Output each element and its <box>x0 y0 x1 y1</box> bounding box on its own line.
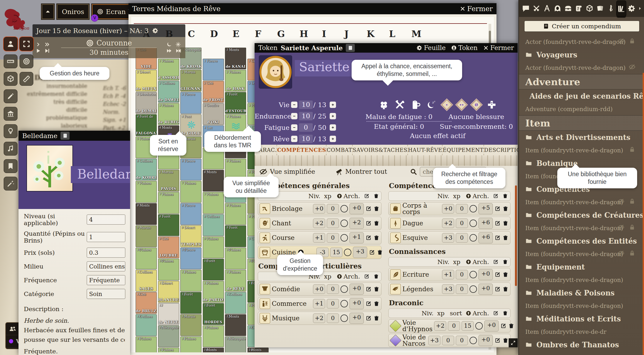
edit-sq-icon[interactable] <box>364 274 370 279</box>
trash-icon[interactable] <box>502 220 509 226</box>
skill-icon-feather[interactable] <box>390 269 401 280</box>
sidebar-tab-library[interactable] <box>617 1 626 16</box>
trash-icon[interactable] <box>373 286 380 292</box>
actor-token-button[interactable]: Token <box>451 44 478 52</box>
item-titlebar[interactable]: Belledame <box>19 131 130 141</box>
skill-arch-input[interactable]: +6 <box>479 218 493 229</box>
stat-increase-button[interactable] <box>330 136 336 142</box>
skill-name[interactable]: Course <box>272 235 311 241</box>
tab--quipement[interactable]: ÉQUIPEMENT <box>442 145 484 155</box>
skill-sort-input[interactable]: 15 <box>462 321 474 331</box>
skill-icon-merchant[interactable] <box>260 298 270 309</box>
trash-icon[interactable] <box>373 274 379 279</box>
skill-niv-input[interactable]: +2 <box>442 219 454 228</box>
skill-xp-input[interactable]: 0 <box>456 233 468 243</box>
compendium-pack[interactable]: Actor (foundryvtt-reve-de-dragon) <box>519 35 644 48</box>
play-icon[interactable] <box>35 48 41 54</box>
tool-expand-button[interactable] <box>20 37 33 51</box>
skill-niv-input[interactable]: +3 <box>428 336 440 345</box>
skill-name[interactable]: Corps à corps <box>402 202 440 215</box>
skill-arch-input[interactable]: +0 <box>349 298 364 309</box>
archetype-ring[interactable] <box>470 285 477 293</box>
item-book-button[interactable] <box>61 132 70 140</box>
skill-icon-runner[interactable] <box>260 233 270 243</box>
sidebar-tab-hood[interactable] <box>553 2 562 15</box>
trash-icon[interactable] <box>377 249 383 256</box>
edit-sq-icon[interactable] <box>493 193 499 199</box>
edit-sq-icon[interactable] <box>494 271 501 278</box>
skill-niv-input[interactable]: +3 <box>442 233 454 243</box>
tool-bulb-button[interactable] <box>4 124 17 138</box>
archetype-ring[interactable] <box>470 337 477 344</box>
tool-bullseye-button[interactable] <box>20 54 33 68</box>
edit-sq-icon[interactable] <box>493 310 499 316</box>
sidebar-tab-clef[interactable] <box>606 2 615 15</box>
skill-icon-esquive[interactable] <box>390 233 401 243</box>
sidebar-tab-chat[interactable] <box>521 2 531 15</box>
archetype-ring[interactable] <box>341 220 348 227</box>
step-forward-icon[interactable] <box>44 48 50 54</box>
skill-name[interactable]: Dague <box>402 220 440 226</box>
skill-arch-input[interactable]: +0 <box>479 284 493 295</box>
sidebar-scrollbar-thumb[interactable] <box>643 73 644 355</box>
tool-pen-button[interactable] <box>4 89 17 103</box>
skill-arch-input[interactable]: +0 <box>349 284 364 295</box>
stat-decrease-button[interactable] <box>291 136 297 142</box>
wound-marker-1[interactable]: • <box>440 98 453 111</box>
skill-xp-input[interactable]: 0 <box>456 270 468 279</box>
map-titlebar[interactable]: Terres Médianes de Rêve Fermer <box>128 3 496 14</box>
field-input[interactable]: 0.3 <box>87 248 125 258</box>
edit-sq-icon[interactable] <box>364 193 370 199</box>
tab-comp-tences[interactable]: COMPÉTENCES <box>277 145 326 155</box>
edit-sq-icon[interactable] <box>494 220 501 226</box>
nav-collapse-button[interactable] <box>42 4 54 19</box>
field-select[interactable]: Collines ensoleil <box>87 261 125 271</box>
skill-icon-dagger[interactable] <box>390 218 401 229</box>
create-compendium-button[interactable]: Créer un compendium <box>524 21 640 32</box>
archetype-ring[interactable] <box>470 271 477 278</box>
sidebar-tab-swords[interactable] <box>532 2 541 15</box>
actor-avatar[interactable] <box>259 55 292 89</box>
skill-xp-input[interactable]: 0 <box>442 336 454 345</box>
skill-icon-mask[interactable] <box>260 218 270 229</box>
compendium-pack[interactable]: Actor (foundryvtt-reve-de-dragon) <box>519 61 644 74</box>
actor-titlebar[interactable]: Token Sariette Asperule FeuilleTokenFerm… <box>255 43 518 53</box>
tool-bookmark-button[interactable] <box>4 159 17 173</box>
actor-scrollbar-thumb[interactable] <box>515 185 517 286</box>
fast-forward-icon[interactable] <box>166 48 172 54</box>
edit-sq-icon[interactable] <box>365 301 372 307</box>
edit-sq-icon[interactable] <box>369 249 375 256</box>
edit-sq-icon[interactable] <box>365 206 372 212</box>
folder-voyageurs[interactable]: Voyageurs <box>519 48 644 61</box>
trash-icon[interactable] <box>373 193 379 199</box>
sidebar-tab-compass[interactable] <box>542 2 552 15</box>
snowflake-icon[interactable] <box>175 42 181 47</box>
gear-icon[interactable] <box>152 28 159 34</box>
skill-xp-input[interactable]: 0 <box>327 219 339 228</box>
skill-arch-input[interactable]: +0 <box>479 269 493 280</box>
edit-sq-icon[interactable] <box>493 259 499 265</box>
tool-music-button[interactable] <box>4 142 17 156</box>
skill-arch-input[interactable]: +6 <box>479 232 493 243</box>
item-image[interactable] <box>26 145 73 192</box>
compendium-pack[interactable]: Item (foundryvtt-reve-de-dragon) <box>519 299 644 312</box>
edit-sq-icon[interactable] <box>494 286 501 292</box>
field-input[interactable]: 1 <box>87 232 125 242</box>
chevrons-right-icon[interactable] <box>44 42 50 47</box>
map-close-button[interactable]: Fermer <box>460 5 493 13</box>
trash-icon[interactable] <box>502 193 508 199</box>
folder-ombres-de-thanatos[interactable]: Ombres de Thanatos <box>519 338 644 351</box>
skill-xp-input[interactable]: 0 <box>448 321 460 331</box>
skill-name[interactable]: Comédie <box>272 286 311 292</box>
skill-arch-input[interactable]: +0 <box>349 203 364 214</box>
skill-name[interactable]: Voie d'Hypnos <box>402 320 433 332</box>
eye-slash-icon[interactable] <box>259 168 267 176</box>
ethylisme-icon[interactable] <box>411 100 421 110</box>
skill-arch-input[interactable]: +1 <box>349 232 364 243</box>
folder-equipement[interactable]: Equipement <box>519 260 644 274</box>
sidebar-tab-gear[interactable] <box>627 2 637 15</box>
sommeil-icon[interactable]: zz <box>426 100 436 110</box>
tool-person-button[interactable] <box>4 37 17 51</box>
field-input[interactable]: 4 <box>87 215 125 225</box>
skill-sort-input[interactable]: 0 <box>456 336 468 345</box>
